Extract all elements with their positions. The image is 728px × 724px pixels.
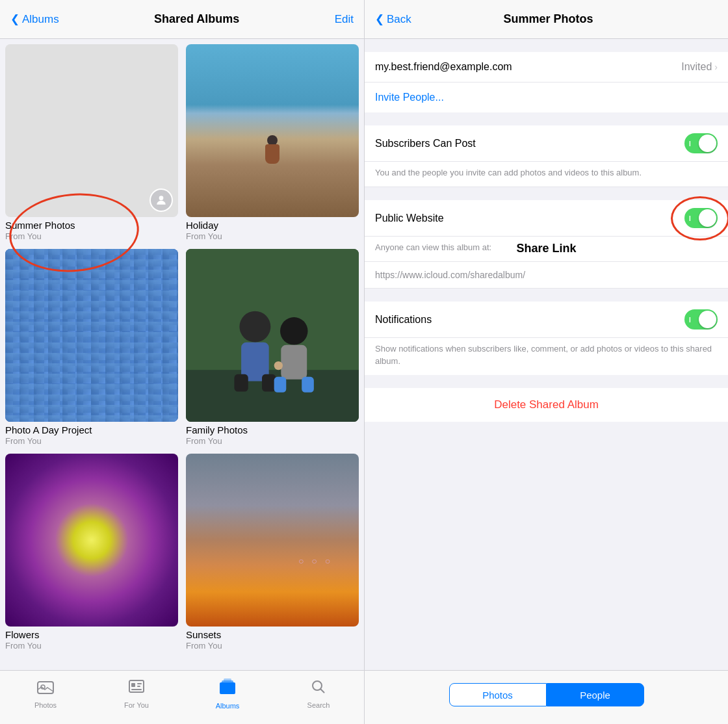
flowers-thumb-img	[5, 454, 178, 627]
svg-rect-16	[137, 683, 142, 684]
svg-point-3	[239, 311, 270, 343]
album-name-photo-day: Photo A Day Project	[5, 424, 178, 435]
invite-people-row[interactable]: Invite People...	[365, 83, 728, 112]
people-segment-button[interactable]: People	[547, 683, 644, 706]
albums-icon	[218, 679, 237, 699]
subscribers-desc: You and the people you invite can add ph…	[365, 162, 728, 187]
right-header: ❮ Back Summer Photos	[365, 0, 728, 39]
chevron-right-icon: ›	[714, 62, 718, 72]
left-header: ❮ Albums Shared Albums Edit	[0, 0, 364, 39]
album-thumb-sunsets	[186, 454, 359, 627]
svg-point-7	[280, 317, 308, 345]
holiday-figure	[265, 135, 280, 169]
svg-rect-19	[220, 682, 235, 694]
album-owner-summer: From You	[5, 231, 178, 241]
album-thumb-summer	[5, 44, 178, 217]
chevron-left-icon: ❮	[375, 12, 384, 26]
search-icon	[311, 679, 326, 699]
edit-button[interactable]: Edit	[335, 13, 354, 26]
sunsets-thumb-img	[186, 454, 359, 627]
album-item-family-photos[interactable]: Family Photos From You	[186, 249, 359, 446]
svg-rect-10	[302, 377, 314, 393]
svg-rect-5	[234, 374, 248, 392]
album-item-summer-photos[interactable]: Summer Photos From You	[5, 44, 178, 241]
notifications-label: Notifications	[375, 314, 432, 326]
albums-grid: Summer Photos From You Holiday From You …	[0, 39, 364, 670]
album-item-photo-day[interactable]: Photo A Day Project From You	[5, 249, 178, 446]
album-owner-flowers: From You	[5, 641, 178, 651]
tab-bar: Photos For You	[0, 670, 364, 724]
album-thumb-holiday	[186, 44, 359, 217]
svg-rect-15	[131, 683, 135, 687]
back-button[interactable]: ❮ Back	[375, 12, 411, 26]
album-name-summer: Summer Photos	[5, 220, 178, 231]
tab-for-you[interactable]: For You	[91, 679, 182, 709]
delete-shared-album-label[interactable]: Delete Shared Album	[494, 398, 599, 411]
share-link-row: https://www.icloud.com/sharedalbum/	[365, 262, 728, 289]
album-owner-family: From You	[186, 436, 359, 446]
left-panel: ❮ Albums Shared Albums Edit Summer Photo…	[0, 0, 364, 724]
tab-search-label: Search	[307, 701, 330, 709]
share-link-url: https://www.icloud.com/sharedalbum/	[375, 270, 718, 280]
tab-photos-label: Photos	[34, 701, 57, 709]
tab-for-you-label: For You	[124, 701, 149, 709]
album-owner-sunsets: From You	[186, 641, 359, 651]
subscribers-can-post-row[interactable]: Subscribers Can Post I	[365, 125, 728, 162]
summer-thumb-img	[5, 44, 178, 217]
subscribers-can-post-toggle[interactable]: I	[684, 133, 718, 153]
shared-albums-title: Shared Albums	[154, 12, 239, 26]
album-thumb-family	[186, 249, 359, 422]
svg-rect-17	[137, 686, 140, 687]
public-website-toggle[interactable]: I	[684, 208, 718, 228]
invited-status: Invited ›	[681, 61, 718, 73]
subscribers-section: Subscribers Can Post I You and the peopl…	[365, 125, 728, 187]
section-divider-1	[365, 112, 728, 125]
invited-person-row[interactable]: my.best.friend@example.com Invited ›	[365, 52, 728, 83]
people-section: my.best.friend@example.com Invited › Inv…	[365, 52, 728, 112]
album-item-flowers[interactable]: Flowers From You	[5, 454, 178, 651]
tab-albums[interactable]: Albums	[182, 679, 273, 710]
right-tab-bar: Photos People	[365, 670, 728, 724]
family-thumb-img	[186, 249, 359, 422]
summer-photos-title: Summer Photos	[503, 12, 593, 26]
section-divider-2	[365, 187, 728, 200]
photos-segment-button[interactable]: Photos	[449, 683, 547, 706]
chevron-left-icon: ❮	[10, 12, 20, 26]
album-owner-holiday: From You	[186, 231, 359, 241]
svg-point-0	[159, 196, 164, 200]
section-divider-3	[365, 289, 728, 302]
album-item-holiday[interactable]: Holiday From You	[186, 44, 359, 241]
holiday-thumb-img	[186, 44, 359, 217]
tab-photos[interactable]: Photos	[0, 679, 91, 709]
notifications-row[interactable]: Notifications I	[365, 302, 728, 338]
album-name-sunsets: Sunsets	[186, 629, 359, 640]
album-item-sunsets[interactable]: Sunsets From You	[186, 454, 359, 651]
scales-thumb-img	[5, 249, 178, 422]
notifications-toggle[interactable]: I	[684, 309, 718, 330]
share-link-overlay-text: Share Link	[510, 240, 582, 259]
delete-shared-album-row[interactable]: Delete Shared Album	[365, 388, 728, 422]
album-thumb-flowers	[5, 454, 178, 627]
album-thumb-photo-day	[5, 249, 178, 422]
avatar	[150, 188, 173, 212]
person-email: my.best.friend@example.com	[375, 61, 512, 73]
public-website-label: Public Website	[375, 213, 444, 224]
album-name-flowers: Flowers	[5, 629, 178, 640]
public-website-section: Public Website I Anyone can view this al…	[365, 200, 728, 262]
tab-search[interactable]: Search	[273, 679, 364, 709]
public-website-desc: Anyone can view this album at: Share Lin…	[365, 237, 728, 262]
right-panel: ❮ Back Summer Photos my.best.friend@exam…	[364, 0, 728, 724]
photos-icon	[37, 679, 54, 699]
public-website-row[interactable]: Public Website I	[365, 200, 728, 237]
subscribers-can-post-label: Subscribers Can Post	[375, 138, 476, 149]
album-name-family: Family Photos	[186, 424, 359, 435]
svg-rect-18	[131, 689, 142, 690]
album-owner-photo-day: From You	[5, 436, 178, 446]
right-content: my.best.friend@example.com Invited › Inv…	[365, 39, 728, 670]
bottom-spacer	[365, 422, 728, 500]
albums-back-button[interactable]: ❮ Albums	[10, 12, 59, 26]
svg-rect-6	[262, 374, 276, 392]
invite-people-link[interactable]: Invite People...	[375, 92, 444, 103]
album-name-holiday: Holiday	[186, 220, 359, 231]
tab-albums-label: Albums	[216, 702, 240, 710]
